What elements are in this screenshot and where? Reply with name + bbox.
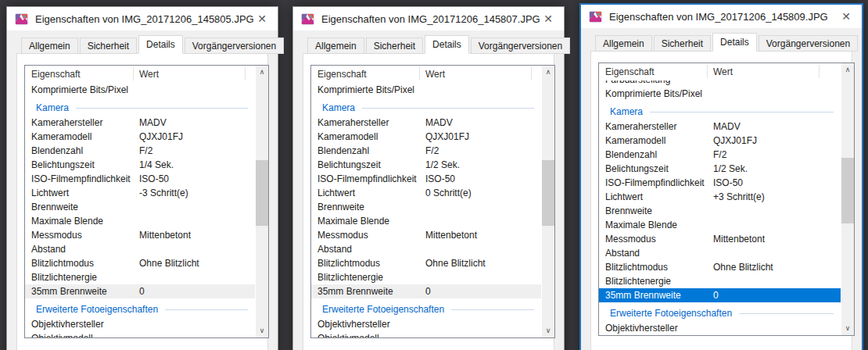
scroll-up-icon[interactable]: ∧ xyxy=(841,63,854,77)
property-row[interactable]: Objektivmodell xyxy=(311,331,542,338)
scrollbar-thumb[interactable] xyxy=(256,160,268,226)
property-row[interactable]: KameraherstellerMADV xyxy=(25,116,256,130)
property-label: Farbdarstellung xyxy=(605,80,670,87)
property-row[interactable]: 35mm Brennweite0 xyxy=(311,284,542,298)
property-row[interactable]: Komprimierte Bits/Pixel xyxy=(25,83,256,97)
close-icon[interactable]: ✕ xyxy=(838,9,854,23)
scrollbar-thumb[interactable] xyxy=(542,160,554,226)
property-row[interactable]: Blitzlichtenergie xyxy=(311,270,542,284)
property-value: 0 xyxy=(713,288,719,302)
property-row[interactable]: Objektivmodell xyxy=(25,331,256,338)
property-label: Maximale Blende xyxy=(605,218,677,232)
property-row[interactable]: Blitzlichtenergie xyxy=(599,274,841,288)
scroll-up-icon[interactable]: ∧ xyxy=(542,66,554,79)
column-header-eigenschaft[interactable]: Eigenschaft xyxy=(317,69,367,80)
property-row[interactable]: Lichtwert0 Schritt(e) xyxy=(311,186,542,200)
section-divider-line xyxy=(650,112,834,112)
property-row[interactable]: Abstand xyxy=(311,242,542,256)
column-divider[interactable] xyxy=(819,65,820,78)
property-row[interactable]: KameramodellQJXJ01FJ xyxy=(25,130,256,144)
tab-details[interactable]: Details xyxy=(712,33,757,52)
property-row[interactable]: MessmodusMittenbetont xyxy=(25,228,256,242)
property-row[interactable]: Komprimierte Bits/Pixel xyxy=(311,83,542,97)
property-row[interactable]: BlendenzahlF/2 xyxy=(599,148,841,162)
column-header-wert[interactable]: Wert xyxy=(425,69,445,80)
column-header-eigenschaft[interactable]: Eigenschaft xyxy=(31,69,81,80)
scrollbar-thumb[interactable] xyxy=(841,158,854,223)
property-row[interactable]: BlitzlichtmodusOhne Blitzlicht xyxy=(311,256,542,270)
property-row[interactable]: Brennweite xyxy=(25,200,256,214)
property-label: Maximale Blende xyxy=(317,214,389,228)
property-row[interactable]: Farbdarstellung xyxy=(599,80,841,87)
property-row[interactable]: Objektivhersteller xyxy=(599,321,841,335)
tab-details[interactable]: Details xyxy=(425,35,469,54)
property-row[interactable]: Lichtwert-3 Schritt(e) xyxy=(25,186,256,200)
property-row[interactable]: BlendenzahlF/2 xyxy=(311,144,542,158)
property-row[interactable]: BlitzlichtmodusOhne Blitzlicht xyxy=(25,256,256,270)
property-row[interactable]: KameramodellQJXJ01FJ xyxy=(599,134,841,148)
column-divider[interactable] xyxy=(707,65,708,78)
property-row[interactable]: MessmodusMittenbetont xyxy=(599,232,841,246)
property-row[interactable]: ISO-FilmempfindlichkeitISO-50 xyxy=(311,172,542,186)
tab-allgemein[interactable]: Allgemein xyxy=(307,38,364,54)
property-row[interactable]: Belichtungszeit1/4 Sek. xyxy=(25,158,256,172)
column-header-eigenschaft[interactable]: Eigenschaft xyxy=(605,66,655,77)
titlebar[interactable]: Eigenschaften von IMG_20171206_145807.JP… xyxy=(293,7,564,30)
tab-sicherheit[interactable]: Sicherheit xyxy=(654,35,711,52)
tab-vorgängerversionen[interactable]: Vorgängerversionen xyxy=(759,35,858,52)
tab-allgemein[interactable]: Allgemein xyxy=(21,38,78,54)
scrollbar[interactable]: ∧ ∨ xyxy=(841,63,854,335)
property-row[interactable]: Blitzlichtenergie xyxy=(25,270,256,284)
tab-sicherheit[interactable]: Sicherheit xyxy=(366,38,423,54)
property-row[interactable]: Maximale Blende xyxy=(599,218,841,232)
property-label: Belichtungszeit xyxy=(317,158,381,172)
tab-sicherheit[interactable]: Sicherheit xyxy=(80,38,137,54)
property-row[interactable]: ISO-FilmempfindlichkeitISO-50 xyxy=(25,172,256,186)
rows-container: Komprimierte Bits/PixelKameraKameraherst… xyxy=(311,83,542,338)
property-row[interactable]: BlitzlichtmodusOhne Blitzlicht xyxy=(599,260,841,274)
property-row[interactable]: KameramodellQJXJ01FJ xyxy=(311,130,542,144)
property-row[interactable]: Abstand xyxy=(25,242,256,256)
property-row[interactable]: BlendenzahlF/2 xyxy=(25,144,256,158)
property-value: Mittenbetont xyxy=(425,228,477,242)
tab-vorgängerversionen[interactable]: Vorgängerversionen xyxy=(185,38,284,54)
property-row[interactable]: Objektivhersteller xyxy=(311,317,542,331)
property-row[interactable]: Lichtwert+3 Schritt(e) xyxy=(599,190,841,204)
column-header-wert[interactable]: Wert xyxy=(713,66,733,77)
property-row[interactable]: ISO-FilmempfindlichkeitISO-50 xyxy=(599,176,841,190)
scroll-up-icon[interactable]: ∧ xyxy=(256,66,268,79)
property-label: Objektivhersteller xyxy=(317,317,390,331)
titlebar[interactable]: Eigenschaften von IMG_20171206_145805.JP… xyxy=(7,7,278,30)
property-row[interactable]: Abstand xyxy=(599,246,841,260)
column-divider[interactable] xyxy=(531,67,532,80)
column-divider[interactable] xyxy=(245,67,246,80)
property-label: Blendenzahl xyxy=(317,144,369,158)
scrollbar[interactable]: ∧ ∨ xyxy=(541,66,554,338)
property-row[interactable]: MessmodusMittenbetont xyxy=(311,228,542,242)
property-row[interactable]: Maximale Blende xyxy=(25,214,256,228)
scroll-down-icon[interactable]: ∨ xyxy=(542,324,554,338)
scrollbar[interactable]: ∧ ∨ xyxy=(255,66,268,338)
column-divider[interactable] xyxy=(419,67,420,80)
property-row[interactable]: KameraherstellerMADV xyxy=(311,116,542,130)
scroll-down-icon[interactable]: ∨ xyxy=(256,324,268,338)
titlebar[interactable]: Eigenschaften von IMG_20171206_145809.JP… xyxy=(581,5,862,28)
property-row[interactable]: 35mm Brennweite0 xyxy=(25,284,256,298)
property-row[interactable]: Komprimierte Bits/Pixel xyxy=(599,87,841,101)
property-row[interactable]: Objektivhersteller xyxy=(25,317,256,331)
scroll-down-icon[interactable]: ∨ xyxy=(841,322,854,335)
property-row[interactable]: Brennweite xyxy=(311,200,542,214)
tab-vorgängerversionen[interactable]: Vorgängerversionen xyxy=(471,38,570,54)
tab-details[interactable]: Details xyxy=(138,35,183,54)
property-row[interactable]: 35mm Brennweite0 xyxy=(599,288,841,302)
property-row[interactable]: Brennweite xyxy=(599,204,841,218)
tab-allgemein[interactable]: Allgemein xyxy=(595,35,652,52)
property-row[interactable]: Belichtungszeit1/2 Sek. xyxy=(599,162,841,176)
column-divider[interactable] xyxy=(133,67,134,80)
column-header-wert[interactable]: Wert xyxy=(139,69,159,80)
property-row[interactable]: KameraherstellerMADV xyxy=(599,120,841,134)
property-row[interactable]: Maximale Blende xyxy=(311,214,542,228)
property-row[interactable]: Belichtungszeit1/2 Sek. xyxy=(311,158,542,172)
close-icon[interactable]: ✕ xyxy=(540,12,556,26)
close-icon[interactable]: ✕ xyxy=(254,12,270,26)
